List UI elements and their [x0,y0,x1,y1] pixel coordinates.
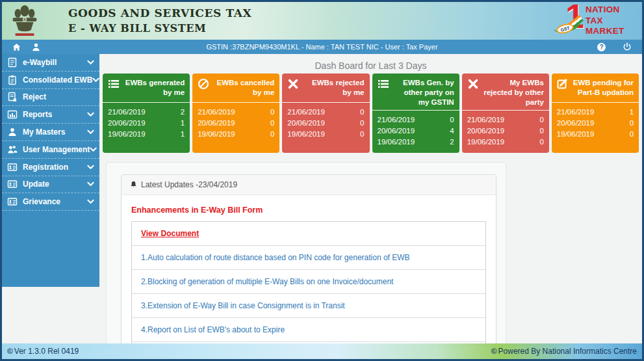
view-document-link[interactable]: View Document [132,222,485,246]
sidebar-item-grievance[interactable]: Grievance [2,193,99,211]
dashboard-title: Dash Board for Last 3 Days [99,60,642,71]
top-navbar: GSTIN :37BZNPM9430M1KL - Name : TAN TEST… [2,40,642,54]
card-rows: 21/06/2019120/06/2019019/06/20190 [552,103,639,145]
logo-line-market: MARKET [586,26,625,37]
card-row-date: 21/06/2019 [108,107,146,118]
help-icon[interactable]: ? [597,43,606,51]
card-title: EWBs Gen. by other party on my GSTIN [393,78,454,107]
card-row-date: 21/06/2019 [557,107,595,118]
chevron-down-icon [92,77,99,83]
card-row: 21/06/20190 [378,114,454,126]
card-my-ewbs-rejected-by-other-party[interactable]: My EWBs rejected by other party21/06/201… [462,74,549,153]
sidebar-item-label: Reject [23,92,94,101]
waybill-icon [7,57,18,68]
card-row-value: 1 [630,107,634,118]
user-icon[interactable] [31,42,41,52]
card-row-date: 19/06/2019 [557,129,595,140]
card-row-value: 0 [270,118,274,129]
main-content: Dash Board for Last 3 Days EWBs generate… [99,54,642,343]
updates-panel-body: Enhancements in E-Way Bill Form View Doc… [122,195,496,361]
card-row-value: 1 [181,129,185,140]
sidebar: e-WaybillConsolidated EWBRejectReportsMy… [2,54,99,343]
card-row-value: 0 [450,114,454,126]
one-nation-tax-market-logo: 1 GST NATION TAX MARKET [556,3,639,38]
sidebar-item-reject[interactable]: Reject [2,89,99,107]
update-item-1[interactable]: 1.Auto calculation of route distance bas… [132,246,485,270]
card-row-value: 0 [630,118,634,129]
updates-section-heading: Enhancements in E-Way Bill Form [131,206,486,215]
card-title: My EWBs rejected by other party [483,78,544,107]
card-ewbs-generated-by-me[interactable]: EWBs generated by me21/06/2019220/06/201… [103,74,190,153]
card-row-value: 1 [181,118,185,129]
sidebar-item-e-waybill[interactable]: e-Waybill [2,54,99,72]
card-row: 21/06/20191 [557,107,634,118]
edit-icon [557,78,569,90]
latest-updates-panel: Latest Updates -23/04/2019 Enhancements … [121,174,496,361]
card-row: 20/06/20190 [287,118,364,129]
chevron-down-icon [87,60,94,65]
sidebar-item-label: Grievance [23,197,87,206]
card-row-value: 0 [270,129,274,140]
sidebar-item-user-management[interactable]: User Management [2,141,99,159]
card-title: EWBs rejected by me [303,78,364,100]
card-rows: 21/06/2019020/06/2019419/06/20192 [372,111,459,153]
dashboard-cards: EWBs generated by me21/06/2019220/06/201… [99,71,642,153]
card-row-date: 19/06/2019 [198,129,235,140]
card-ewbs-gen-by-other-party-on-my-gstin[interactable]: EWBs Gen. by other party on my GSTIN21/0… [372,74,459,153]
sidebar-item-label: Update [23,180,87,189]
sidebar-item-label: User Management [23,145,90,154]
card-ewb-pending-for-part-b-updation[interactable]: EWB pending for Part-B updation21/06/201… [552,74,639,153]
footer: © Ver 1.3.0 Rel 0419 © Powered By Nation… [2,343,642,359]
card-row-date: 21/06/2019 [198,107,235,118]
sidebar-item-label: e-Waybill [23,58,87,67]
logout-power-icon[interactable] [623,42,632,51]
updates-table: View Document1.Auto calculation of route… [131,221,486,350]
chevron-down-icon [87,112,94,117]
card-rows: 21/06/2019020/06/2019019/06/20190 [462,111,549,153]
chevron-down-icon [87,129,94,135]
bell-icon [129,180,138,189]
card-row-date: 20/06/2019 [378,126,415,137]
card-row: 20/06/20191 [108,118,185,129]
card-row-date: 21/06/2019 [378,114,415,126]
card-row: 19/06/20190 [467,137,544,148]
footer-version: © Ver 1.3.0 Rel 0419 [7,347,79,356]
update-item-4[interactable]: 4.Report on List of EWB's about to Expir… [132,318,485,342]
card-row-date: 21/06/2019 [287,107,325,118]
update-item-3[interactable]: 3.Extension of E-Way Bill in case Consig… [132,294,485,318]
home-icon[interactable] [12,42,21,52]
card-row: 20/06/20190 [198,118,274,129]
card-row-value: 0 [360,118,364,129]
reject-icon [7,92,18,102]
card-title: EWBs cancelled by me [213,78,274,100]
app-title: GOODS AND SERVICES TAX [68,7,251,20]
card-rows: 21/06/2019020/06/2019019/06/20190 [282,103,369,145]
card-row-date: 20/06/2019 [557,118,595,129]
sidebar-item-my-masters[interactable]: My Masters [2,124,99,141]
user-management-icon [7,144,18,155]
sidebar-item-consolidated-ewb[interactable]: Consolidated EWB [2,72,99,89]
footer-powered-by: © Powered By National Informatics Centre [491,347,637,356]
logo-line-nation: NATION [586,5,625,16]
card-row-value: 0 [270,107,274,118]
sidebar-item-update[interactable]: Update [2,176,99,194]
registration-icon [7,162,18,172]
update-item-2[interactable]: 2.Blocking of generation of multiple E-W… [132,270,485,294]
card-ewbs-rejected-by-me[interactable]: EWBs rejected by me21/06/2019020/06/2019… [282,74,369,153]
sidebar-item-registration[interactable]: Registration [2,159,99,176]
sidebar-item-label: Reports [23,110,87,119]
reports-icon [7,109,18,120]
card-row: 19/06/20190 [198,129,274,140]
chevron-down-icon [90,147,97,152]
card-header: EWBs Gen. by other party on my GSTIN [372,74,459,111]
updates-panel-header: Latest Updates -23/04/2019 [122,175,496,195]
card-ewbs-cancelled-by-me[interactable]: EWBs cancelled by me21/06/2019020/06/201… [192,74,279,153]
card-row-value: 0 [360,129,364,140]
card-rows: 21/06/2019020/06/2019019/06/20190 [192,103,279,145]
list-icon [108,78,120,90]
consolidated-ewb-icon [7,75,18,85]
sidebar-item-reports[interactable]: Reports [2,106,99,124]
card-row-value: 2 [450,137,454,148]
card-row-value: 4 [450,126,454,137]
navbar-actions: ? [597,42,632,51]
